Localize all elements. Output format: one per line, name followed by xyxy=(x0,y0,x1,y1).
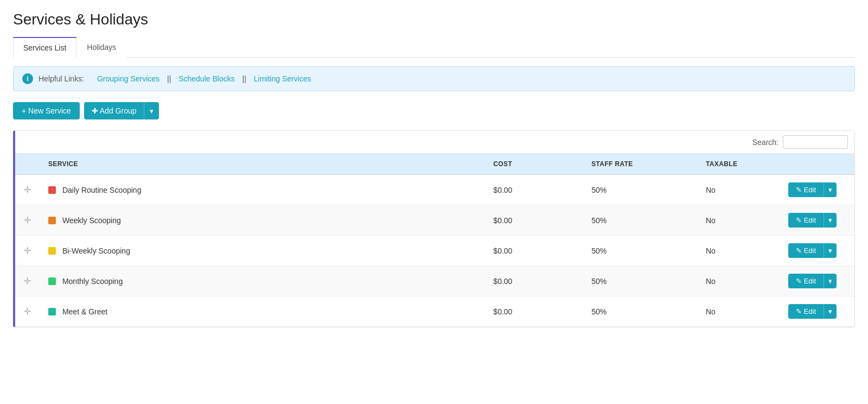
edit-button[interactable]: ✎ Edit xyxy=(788,213,824,228)
drag-handle-icon[interactable]: ✛ xyxy=(24,307,31,316)
service-color-indicator xyxy=(48,217,56,224)
info-icon: i xyxy=(22,73,33,84)
services-table: SERVICE COST STAFF RATE TAXABLE ✛ Daily … xyxy=(15,154,854,327)
service-color-indicator xyxy=(48,186,56,194)
service-color-indicator xyxy=(48,308,56,315)
tab-services-list[interactable]: Services List xyxy=(13,37,76,58)
drag-handle-icon[interactable]: ✛ xyxy=(24,276,31,286)
cost-cell: $0.00 xyxy=(484,205,583,236)
staff-rate-cell: 50% xyxy=(583,236,697,266)
service-color-indicator xyxy=(48,277,56,285)
services-table-container: Search: SERVICE COST STAFF RATE TAXABLE … xyxy=(13,130,855,327)
drag-handle-icon[interactable]: ✛ xyxy=(24,246,31,255)
edit-button[interactable]: ✎ Edit xyxy=(788,304,824,319)
edit-button-group: ✎ Edit ▾ xyxy=(788,274,846,288)
info-prefix: Helpful Links: xyxy=(39,74,84,83)
link-grouping-services[interactable]: Grouping Services xyxy=(97,74,159,83)
add-group-button-group: ✚ Add Group ▾ xyxy=(84,102,159,119)
page-title: Services & Holidays xyxy=(13,11,855,28)
service-name-cell: Bi-Weekly Scooping xyxy=(40,236,484,266)
table-row: ✛ Meet & Greet $0.00 50% No ✎ Edit ▾ xyxy=(15,296,854,327)
edit-button-group: ✎ Edit ▾ xyxy=(788,243,846,258)
actions-cell: ✎ Edit ▾ xyxy=(780,296,854,327)
col-header-cost: COST xyxy=(484,154,583,175)
staff-rate-cell: 50% xyxy=(583,175,697,205)
cost-cell: $0.00 xyxy=(484,175,583,205)
edit-dropdown-arrow[interactable]: ▾ xyxy=(824,213,837,228)
taxable-cell: No xyxy=(697,205,780,236)
edit-dropdown-arrow[interactable]: ▾ xyxy=(824,304,837,319)
table-body: ✛ Daily Routine Scooping $0.00 50% No ✎ … xyxy=(15,175,854,327)
table-header-row: SERVICE COST STAFF RATE TAXABLE xyxy=(15,154,854,175)
table-row: ✛ Bi-Weekly Scooping $0.00 50% No ✎ Edit… xyxy=(15,236,854,266)
edit-button-group: ✎ Edit ▾ xyxy=(788,213,846,228)
col-header-taxable: TAXABLE xyxy=(697,154,780,175)
drag-handle-cell: ✛ xyxy=(15,175,40,205)
staff-rate-cell: 50% xyxy=(583,205,697,236)
tabs-container: Services List Holidays xyxy=(13,37,855,58)
staff-rate-cell: 50% xyxy=(583,296,697,327)
table-row: ✛ Monthly Scooping $0.00 50% No ✎ Edit ▾ xyxy=(15,266,854,296)
drag-handle-icon[interactable]: ✛ xyxy=(24,185,31,194)
taxable-cell: No xyxy=(697,266,780,296)
new-service-button[interactable]: + New Service xyxy=(13,102,80,119)
taxable-cell: No xyxy=(697,175,780,205)
service-name-label: Weekly Scooping xyxy=(62,216,121,225)
col-drag xyxy=(15,154,40,175)
service-name-label: Daily Routine Scooping xyxy=(62,186,142,194)
col-header-service: SERVICE xyxy=(40,154,484,175)
col-header-staff-rate: STAFF RATE xyxy=(583,154,697,175)
actions-cell: ✎ Edit ▾ xyxy=(780,236,854,266)
drag-handle-icon[interactable]: ✛ xyxy=(24,216,31,225)
drag-handle-cell: ✛ xyxy=(15,236,40,266)
add-group-button[interactable]: ✚ Add Group xyxy=(84,102,144,119)
service-name-label: Monthly Scooping xyxy=(62,277,123,286)
taxable-cell: No xyxy=(697,296,780,327)
action-bar: + New Service ✚ Add Group ▾ xyxy=(13,102,855,119)
edit-button-group: ✎ Edit ▾ xyxy=(788,304,846,319)
edit-button[interactable]: ✎ Edit xyxy=(788,182,824,197)
search-input[interactable] xyxy=(783,135,848,149)
service-name-label: Bi-Weekly Scooping xyxy=(62,247,130,255)
edit-dropdown-arrow[interactable]: ▾ xyxy=(824,274,837,288)
service-color-indicator xyxy=(48,247,56,255)
table-row: ✛ Daily Routine Scooping $0.00 50% No ✎ … xyxy=(15,175,854,205)
edit-dropdown-arrow[interactable]: ▾ xyxy=(824,182,837,197)
link-schedule-blocks[interactable]: Schedule Blocks xyxy=(178,74,235,83)
actions-cell: ✎ Edit ▾ xyxy=(780,205,854,236)
cost-cell: $0.00 xyxy=(484,236,583,266)
edit-dropdown-arrow[interactable]: ▾ xyxy=(824,243,837,258)
staff-rate-cell: 50% xyxy=(583,266,697,296)
cost-cell: $0.00 xyxy=(484,266,583,296)
service-name-cell: Weekly Scooping xyxy=(40,205,484,236)
drag-handle-cell: ✛ xyxy=(15,296,40,327)
table-row: ✛ Weekly Scooping $0.00 50% No ✎ Edit ▾ xyxy=(15,205,854,236)
service-name-cell: Monthly Scooping xyxy=(40,266,484,296)
edit-button[interactable]: ✎ Edit xyxy=(788,274,824,288)
edit-button-group: ✎ Edit ▾ xyxy=(788,182,846,197)
col-header-actions xyxy=(780,154,854,175)
service-name-label: Meet & Greet xyxy=(62,307,107,316)
service-name-cell: Meet & Greet xyxy=(40,296,484,327)
cost-cell: $0.00 xyxy=(484,296,583,327)
drag-handle-cell: ✛ xyxy=(15,266,40,296)
info-bar: i Helpful Links: Grouping Services || Sc… xyxy=(13,66,855,91)
link-limiting-services[interactable]: Limiting Services xyxy=(254,74,311,83)
actions-cell: ✎ Edit ▾ xyxy=(780,175,854,205)
actions-cell: ✎ Edit ▾ xyxy=(780,266,854,296)
taxable-cell: No xyxy=(697,236,780,266)
tab-holidays[interactable]: Holidays xyxy=(76,37,126,58)
service-name-cell: Daily Routine Scooping xyxy=(40,175,484,205)
search-bar: Search: xyxy=(15,131,854,154)
add-group-dropdown-arrow[interactable]: ▾ xyxy=(144,102,159,119)
search-label: Search: xyxy=(752,138,778,147)
drag-handle-cell: ✛ xyxy=(15,205,40,236)
edit-button[interactable]: ✎ Edit xyxy=(788,243,824,258)
